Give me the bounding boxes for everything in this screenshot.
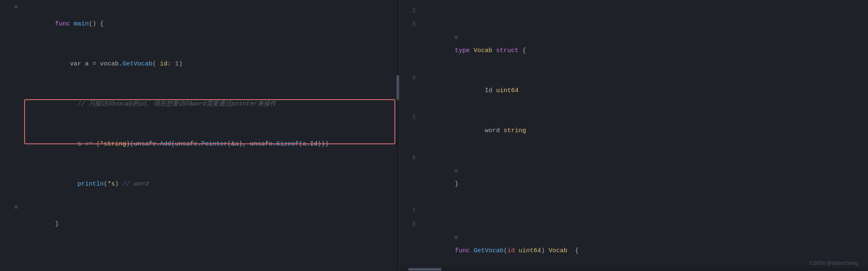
line-content: // 只能访问vocab的id, 现在想要访问word需要通过pointer来操… xyxy=(21,84,399,124)
fold-marker[interactable]: ⊟ xyxy=(455,168,458,173)
right-code-area: 2 3 ⊟ type Vocab struct { 4 Id uint64 5 … xyxy=(400,0,868,271)
code-line-empty1 xyxy=(0,244,399,258)
right-scrollbar-h-thumb[interactable] xyxy=(408,268,441,271)
code-line-comment1: // 只能访问vocab的id, 现在想要访问word需要通过pointer来操… xyxy=(0,84,399,124)
line-number: 6 xyxy=(400,151,421,164)
line-content: ⊟ type Vocab struct { xyxy=(421,18,868,71)
line-content: Id uint64 xyxy=(421,71,868,111)
line-content: var a = vocab.GetVocab( id: 1) xyxy=(21,44,399,84)
code-line-empty2 xyxy=(0,258,399,271)
code-line-main: ▶ ⊟ func main() { xyxy=(0,4,399,44)
right-line-2: 2 xyxy=(400,4,868,18)
right-line-7: 7 xyxy=(400,204,868,218)
right-line-8: 8 ⊟ func GetVocab(id uint64) Vocab { xyxy=(400,218,868,271)
code-line-var: var a = vocab.GetVocab( id: 1) xyxy=(0,44,399,84)
line-content: println(*s) // word xyxy=(21,164,399,204)
fold-marker[interactable]: ⊟ xyxy=(455,35,458,40)
fold-marker[interactable]: ⊟ xyxy=(15,204,17,210)
right-editor-panel: 2 3 ⊟ type Vocab struct { 4 Id uint64 5 … xyxy=(400,0,868,271)
line-number: 4 xyxy=(400,71,421,84)
right-scrollbar-h[interactable] xyxy=(400,268,868,271)
code-line-println: println(*s) // word xyxy=(0,164,399,204)
line-number: 5 xyxy=(400,111,421,124)
right-line-4: 4 Id uint64 xyxy=(400,71,868,111)
line-number: 7 xyxy=(400,204,421,218)
line-gutter: ▶ ⊟ xyxy=(0,4,21,10)
line-gutter: ⊟ xyxy=(0,204,21,210)
right-line-6: 6 ⊟ } xyxy=(400,151,868,204)
line-content: } xyxy=(21,204,399,244)
left-code-area: ▶ ⊟ func main() { var a = vocab.GetVocab… xyxy=(0,0,399,271)
line-number: 2 xyxy=(400,4,421,18)
line-number: 8 xyxy=(400,218,421,231)
line-content: s := (*string)(unsafe.Add(unsafe.Pointer… xyxy=(21,124,399,164)
fold-marker[interactable]: ⊟ xyxy=(455,235,458,240)
right-line-5: 5 word string xyxy=(400,111,868,151)
line-number: 3 xyxy=(400,18,421,31)
left-editor-panel: ▶ ⊟ func main() { var a = vocab.GetVocab… xyxy=(0,0,400,271)
left-scrollbar-thumb[interactable] xyxy=(397,75,399,100)
line-content: func main() { xyxy=(21,4,399,44)
left-scrollbar[interactable] xyxy=(396,0,399,271)
right-line-3: 3 ⊟ type Vocab struct { xyxy=(400,18,868,71)
line-content: ⊟ } xyxy=(421,151,868,204)
watermark: CSDN @daliucheng xyxy=(809,260,858,266)
line-content: ⊟ func GetVocab(id uint64) Vocab { xyxy=(421,218,868,271)
code-line-s-assign: s := (*string)(unsafe.Add(unsafe.Pointer… xyxy=(0,124,399,164)
code-line-close-main: ⊟ } xyxy=(0,204,399,244)
line-content: word string xyxy=(421,111,868,151)
fold-marker[interactable]: ⊟ xyxy=(15,4,17,10)
